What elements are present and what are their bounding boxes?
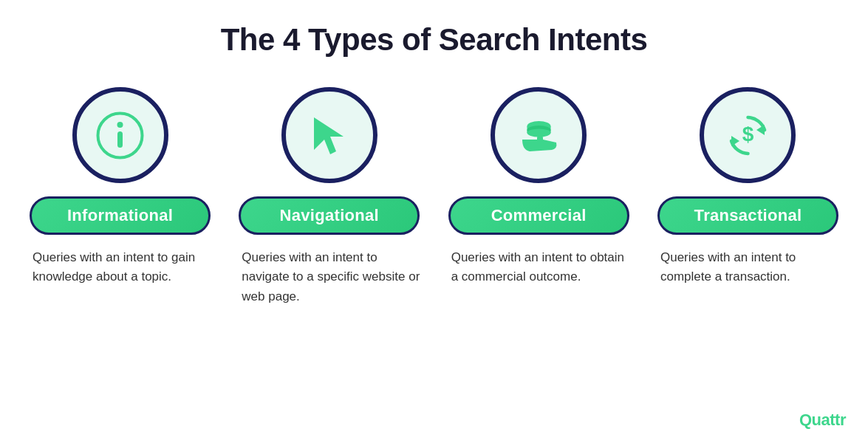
info-icon bbox=[96, 111, 144, 159]
icon-wrapper-informational bbox=[30, 87, 211, 183]
icon-wrapper-navigational bbox=[239, 87, 420, 183]
card-transactional: $ Transactional Queries with an intent t… bbox=[657, 87, 838, 287]
label-informational: Informational bbox=[30, 196, 211, 235]
icon-circle-informational bbox=[72, 87, 168, 183]
card-informational: Informational Queries with an intent to … bbox=[30, 87, 211, 287]
svg-marker-9 bbox=[756, 125, 765, 135]
svg-rect-2 bbox=[117, 131, 123, 148]
logo: Quattr bbox=[799, 411, 846, 430]
cursor-icon bbox=[305, 111, 353, 159]
label-commercial: Commercial bbox=[448, 196, 629, 235]
card-commercial: Commercial Queries with an intent to obt… bbox=[448, 87, 629, 287]
svg-point-1 bbox=[117, 122, 123, 128]
description-transactional: Queries with an intent to complete a tra… bbox=[657, 248, 838, 287]
svg-marker-3 bbox=[314, 117, 344, 154]
description-navigational: Queries with an intent to navigate to a … bbox=[239, 248, 420, 306]
description-informational: Queries with an intent to gain knowledge… bbox=[30, 248, 211, 287]
label-navigational: Navigational bbox=[239, 196, 420, 235]
description-commercial: Queries with an intent to obtain a comme… bbox=[448, 248, 629, 287]
hand-coin-icon bbox=[515, 111, 563, 159]
dollar-cycle-icon: $ bbox=[724, 111, 772, 159]
cards-row: Informational Queries with an intent to … bbox=[30, 87, 838, 428]
icon-circle-commercial bbox=[491, 87, 587, 183]
card-navigational: Navigational Queries with an intent to n… bbox=[239, 87, 420, 306]
icon-wrapper-transactional: $ bbox=[657, 87, 838, 183]
main-title: The 4 Types of Search Intents bbox=[221, 22, 648, 58]
logo-text: Quattr bbox=[799, 411, 846, 429]
icon-circle-navigational bbox=[281, 87, 377, 183]
page: The 4 Types of Search Intents Informatio… bbox=[0, 0, 868, 443]
svg-marker-10 bbox=[731, 136, 739, 146]
icon-circle-transactional: $ bbox=[700, 87, 796, 183]
svg-text:$: $ bbox=[742, 123, 754, 145]
label-transactional: Transactional bbox=[657, 196, 838, 235]
icon-wrapper-commercial bbox=[448, 87, 629, 183]
